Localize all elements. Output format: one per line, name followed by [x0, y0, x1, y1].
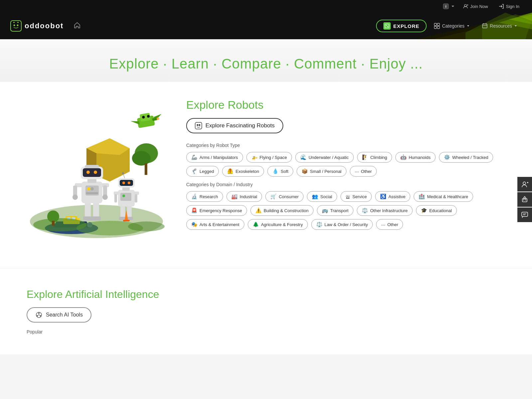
- domain-pill[interactable]: 👥Social: [307, 191, 337, 202]
- pill-icon: 🛎: [345, 194, 350, 200]
- domain-pill[interactable]: 🚌Transport: [317, 205, 353, 216]
- pill-icon: 🦾: [191, 154, 198, 160]
- pill-icon: 🦺: [227, 168, 233, 174]
- logo-text: oddoobot: [25, 22, 64, 30]
- explore-section: Explore Robots Explore Fascinating Robot…: [186, 95, 505, 255]
- svg-rect-91: [123, 220, 130, 221]
- svg-point-69: [126, 195, 129, 197]
- svg-point-101: [38, 313, 40, 314]
- domain-pill[interactable]: 🏭Industrial: [226, 191, 262, 202]
- pill-label: Service: [352, 194, 367, 199]
- pill-icon: ⚙️: [444, 154, 450, 160]
- svg-point-52: [72, 195, 78, 200]
- robot-type-pill[interactable]: 🚁Flying / Space: [246, 152, 292, 163]
- svg-rect-73: [135, 194, 137, 202]
- svg-point-48: [90, 187, 94, 191]
- svg-point-95: [47, 210, 59, 222]
- pill-label: Emergency Response: [200, 208, 242, 213]
- pill-icon: 🏥: [419, 194, 425, 200]
- add-user-sidebar-button[interactable]: [517, 177, 532, 192]
- robot-sidebar-button[interactable]: [517, 192, 532, 207]
- comment-sidebar-button[interactable]: [517, 207, 532, 222]
- svg-line-105: [38, 315, 39, 316]
- svg-point-99: [199, 124, 200, 126]
- pill-label: Research: [200, 194, 218, 199]
- pill-label: Consumer: [279, 194, 299, 199]
- svg-rect-25: [482, 24, 487, 28]
- domain-pill[interactable]: 🛎Service: [340, 191, 372, 202]
- resources-nav-button[interactable]: Resources: [477, 21, 522, 31]
- svg-point-20: [387, 26, 388, 27]
- domain-pill[interactable]: 🎓Educational: [416, 205, 457, 216]
- pill-icon: 🚁: [251, 154, 258, 160]
- pill-label: Legged: [200, 169, 214, 174]
- svg-point-78: [128, 182, 130, 184]
- sign-in-button[interactable]: Sign In: [496, 2, 522, 10]
- search-ai-tools-button[interactable]: Search AI Tools: [27, 307, 91, 323]
- robot-type-pill[interactable]: 🦺Exoskeleton: [222, 166, 264, 177]
- pill-label: Humanoids: [409, 155, 431, 160]
- domain-pill[interactable]: 🛒Consumer: [265, 191, 304, 202]
- domain-pill[interactable]: 🔬Research: [186, 191, 223, 202]
- svg-rect-42: [93, 201, 99, 218]
- svg-rect-23: [434, 26, 437, 29]
- pill-label: Social: [320, 194, 332, 199]
- pill-icon: ⚖️: [362, 207, 368, 213]
- domain-pill[interactable]: ⚖️Law & Order / Security: [311, 219, 373, 230]
- info-button[interactable]: i: [443, 3, 455, 9]
- explore-fascinating-robots-button[interactable]: Explore Fascinating Robots: [186, 118, 283, 133]
- top-bar: i Join Now Sign In: [0, 0, 532, 13]
- svg-rect-43: [83, 216, 92, 220]
- ai-section-title: Explore Artificial Intelligence: [27, 288, 505, 301]
- pill-label: Building & Construction: [264, 208, 309, 213]
- pill-icon: 🤖: [400, 154, 407, 160]
- domain-pill[interactable]: ···Other: [376, 219, 403, 230]
- hero-section: Explore · Learn · Compare · Comment · En…: [0, 39, 532, 82]
- pill-icon: 🧗: [362, 154, 368, 160]
- pill-icon: 🛒: [270, 194, 277, 200]
- robot-type-pill[interactable]: 🦿Legged: [186, 166, 219, 177]
- logo[interactable]: oddoobot: [10, 20, 64, 32]
- robot-type-pill[interactable]: 📦Small / Personal: [297, 166, 346, 177]
- hero-title: Explore · Learn · Compare · Comment · En…: [7, 56, 525, 72]
- pill-label: Wheeled / Tracked: [452, 155, 488, 160]
- domain-pill[interactable]: 🌲Agriculture & Forestry: [248, 219, 308, 230]
- domain-pill[interactable]: ⚠️Building & Construction: [250, 205, 314, 216]
- svg-point-111: [523, 200, 524, 200]
- robot-type-pill[interactable]: 🌊Underwater / Aquatic: [295, 152, 354, 163]
- pill-icon: 👥: [312, 194, 318, 200]
- svg-point-68: [122, 195, 125, 197]
- join-now-button[interactable]: Join Now: [460, 2, 490, 10]
- robot-type-pill[interactable]: 🧗Climbing: [357, 152, 392, 163]
- pill-icon: ⚠️: [255, 207, 262, 213]
- home-button[interactable]: [73, 22, 81, 30]
- popular-label: Popular: [27, 329, 505, 334]
- svg-point-14: [14, 25, 15, 26]
- domain-pill[interactable]: ♿Assistive: [375, 191, 410, 202]
- robot-type-pill[interactable]: 💧Soft: [267, 166, 293, 177]
- svg-rect-16: [13, 22, 15, 23]
- pill-label: Arms / Manipulators: [200, 155, 238, 160]
- svg-rect-24: [437, 26, 440, 29]
- domain-pill[interactable]: 🚨Emergency Response: [186, 205, 247, 216]
- svg-rect-116: [522, 212, 528, 216]
- robot-type-pill[interactable]: 🦾Arms / Manipulators: [186, 152, 243, 163]
- domain-pill[interactable]: ⚖️Other Infrastructure: [357, 205, 413, 216]
- explore-nav-icon: [383, 22, 391, 30]
- explore-nav-button[interactable]: EXPLORE: [376, 20, 427, 32]
- domain-pill[interactable]: 🎭Arts & Entertainment: [186, 219, 244, 230]
- robot-type-label: Categories by Robot Type: [186, 143, 505, 148]
- domain-pill[interactable]: 🏥Medical & Healthcare: [414, 191, 473, 202]
- robot-type-pill[interactable]: ···Other: [350, 166, 377, 177]
- main-content: Explore Robots Explore Fascinating Robot…: [0, 82, 532, 268]
- robot-type-pill[interactable]: ⚙️Wheeled / Tracked: [439, 152, 493, 163]
- svg-point-55: [102, 195, 108, 200]
- robot-type-pill[interactable]: 🤖Humanoids: [395, 152, 436, 163]
- pill-icon: ♿: [380, 194, 386, 200]
- pill-label: Flying / Space: [260, 155, 287, 160]
- svg-rect-17: [17, 22, 19, 23]
- svg-rect-21: [434, 23, 437, 26]
- categories-nav-button[interactable]: Categories: [429, 21, 474, 31]
- pill-label: Underwater / Aquatic: [309, 155, 349, 160]
- right-sidebar: [517, 177, 532, 222]
